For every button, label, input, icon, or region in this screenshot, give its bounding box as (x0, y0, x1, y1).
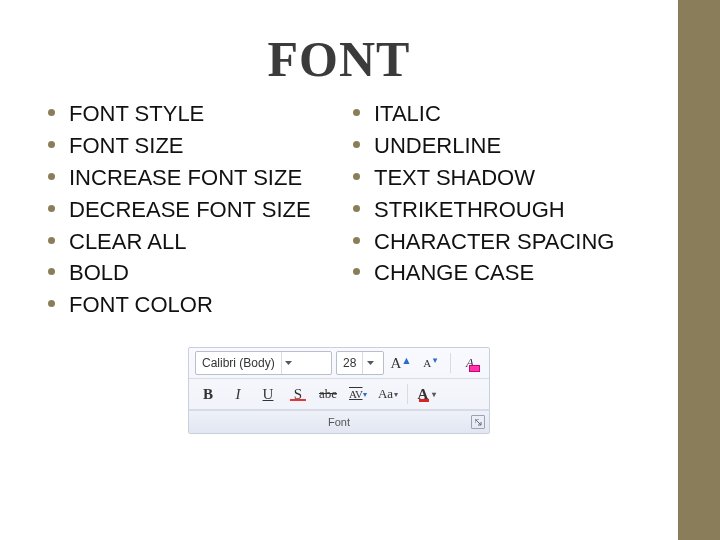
chevron-down-icon[interactable] (281, 352, 296, 374)
list-item: ITALIC (353, 98, 638, 130)
decrease-font-size-button[interactable]: A▼ (418, 351, 444, 375)
list-item: DECREASE FONT SIZE (48, 194, 333, 226)
bullet-icon (48, 300, 55, 307)
bullet-icon (48, 141, 55, 148)
bullet-icon (353, 109, 360, 116)
list-item-label: STRIKETHROUGH (374, 194, 565, 226)
list-item-label: INCREASE FONT SIZE (69, 162, 302, 194)
bullet-icon (353, 237, 360, 244)
separator (450, 353, 451, 373)
bullet-icon (48, 205, 55, 212)
slide-title: FONT (0, 30, 678, 88)
separator (407, 384, 408, 404)
font-name-combo[interactable]: Calibri (Body) (195, 351, 332, 375)
ribbon-group-footer: Font (189, 410, 489, 433)
font-color-button[interactable]: A▾ (414, 382, 440, 406)
ribbon-row-top: Calibri (Body) 28 A▲ A▼ A (189, 348, 489, 379)
text-shadow-button[interactable]: S (285, 382, 311, 406)
ribbon-screenshot: Calibri (Body) 28 A▲ A▼ A B I U S abe AV… (0, 347, 678, 434)
list-item-label: BOLD (69, 257, 129, 289)
list-item-label: DECREASE FONT SIZE (69, 194, 311, 226)
clear-formatting-button[interactable]: A (457, 351, 483, 375)
slide: FONT FONT STYLE FONT SIZE INCREASE FONT … (0, 0, 678, 540)
ribbon-group-label: Font (328, 416, 350, 428)
bullet-icon (353, 141, 360, 148)
list-item: CHANGE CASE (353, 257, 638, 289)
list-item-label: CLEAR ALL (69, 226, 186, 258)
list-item: UNDERLINE (353, 130, 638, 162)
strikethrough-button[interactable]: abe (315, 382, 341, 406)
bullet-icon (353, 173, 360, 180)
bullet-icon (48, 173, 55, 180)
character-spacing-button[interactable]: AV▾ (345, 382, 371, 406)
list-item: BOLD (48, 257, 333, 289)
list-item: CLEAR ALL (48, 226, 333, 258)
list-item-label: CHARACTER SPACING (374, 226, 614, 258)
bullet-icon (48, 109, 55, 116)
ribbon-row-bottom: B I U S abe AV▾ Aa▾ A▾ (189, 379, 489, 410)
chevron-down-icon[interactable] (362, 352, 377, 374)
font-size-value: 28 (337, 356, 362, 370)
right-column: ITALIC UNDERLINE TEXT SHADOW STRIKETHROU… (353, 98, 638, 321)
list-item-label: FONT SIZE (69, 130, 184, 162)
dialog-launcher-icon[interactable] (471, 415, 485, 429)
list-item-label: FONT STYLE (69, 98, 204, 130)
bullet-icon (48, 268, 55, 275)
bullet-icon (353, 268, 360, 275)
underline-button[interactable]: U (255, 382, 281, 406)
list-item: FONT STYLE (48, 98, 333, 130)
list-item-label: FONT COLOR (69, 289, 213, 321)
list-item-label: CHANGE CASE (374, 257, 534, 289)
bullet-icon (48, 237, 55, 244)
list-item-label: ITALIC (374, 98, 441, 130)
list-item: INCREASE FONT SIZE (48, 162, 333, 194)
list-item-label: TEXT SHADOW (374, 162, 535, 194)
left-column: FONT STYLE FONT SIZE INCREASE FONT SIZE … (48, 98, 333, 321)
font-name-value: Calibri (Body) (196, 356, 281, 370)
chevron-down-icon: ▾ (363, 390, 367, 399)
list-item: CHARACTER SPACING (353, 226, 638, 258)
font-size-combo[interactable]: 28 (336, 351, 384, 375)
italic-button[interactable]: I (225, 382, 251, 406)
change-case-button[interactable]: Aa▾ (375, 382, 401, 406)
list-item: FONT SIZE (48, 130, 333, 162)
chevron-down-icon: ▾ (432, 390, 436, 399)
bullet-columns: FONT STYLE FONT SIZE INCREASE FONT SIZE … (0, 88, 678, 321)
eraser-icon (469, 365, 480, 372)
bullet-icon (353, 205, 360, 212)
color-swatch-icon (419, 399, 429, 402)
increase-font-size-button[interactable]: A▲ (388, 351, 414, 375)
accent-stripe (678, 0, 720, 540)
list-item: FONT COLOR (48, 289, 333, 321)
chevron-down-icon: ▾ (394, 390, 398, 399)
list-item-label: UNDERLINE (374, 130, 501, 162)
font-ribbon-group: Calibri (Body) 28 A▲ A▼ A B I U S abe AV… (188, 347, 490, 434)
list-item: TEXT SHADOW (353, 162, 638, 194)
bold-button[interactable]: B (195, 382, 221, 406)
list-item: STRIKETHROUGH (353, 194, 638, 226)
